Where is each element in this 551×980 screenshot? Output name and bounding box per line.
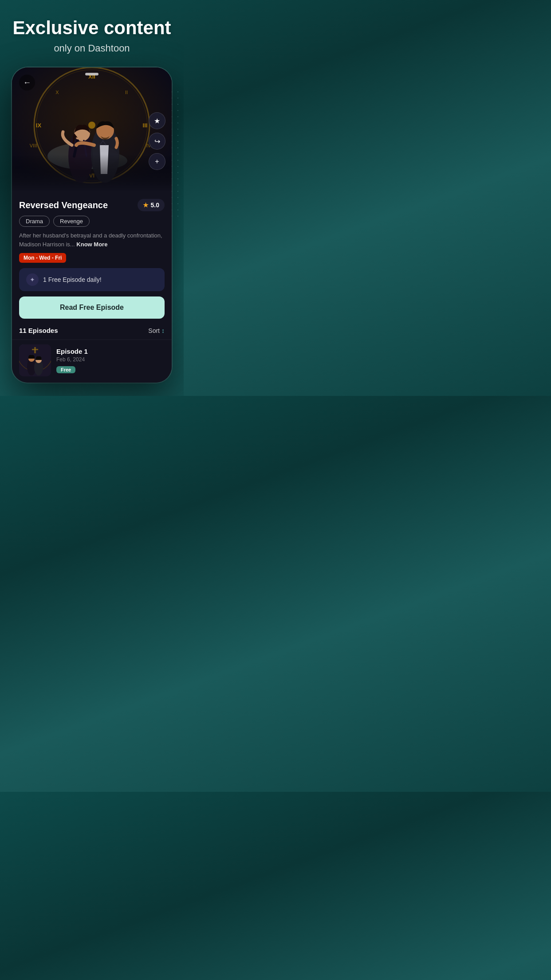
free-episode-banner: ✦ 1 Free Episode daily! (19, 268, 165, 291)
rating-value: 5.0 (151, 202, 159, 209)
episodes-count: 11 Episodes (19, 327, 58, 334)
back-icon: ← (23, 78, 31, 87)
episode-item[interactable]: Episode 1 Feb 6, 2024 Free (12, 340, 172, 383)
schedule-badge: Mon - Wed - Fri (19, 253, 66, 263)
tags-row: Drama Revenge (19, 216, 165, 227)
action-buttons-group: ★ ↪ + (149, 112, 165, 170)
free-episode-tag: Free (56, 366, 75, 373)
main-subtitle: only on Dashtoon (12, 43, 171, 54)
star-outline-icon: ✦ (30, 276, 35, 283)
sort-icon: ↕ (161, 327, 165, 334)
add-icon: + (155, 158, 159, 166)
free-banner-text: 1 Free Episode daily! (43, 276, 102, 283)
title-row: Reversed Vengeance ★ 5.0 (19, 199, 165, 211)
episode-info: Episode 1 Feb 6, 2024 Free (56, 348, 165, 373)
free-star-icon: ✦ (26, 273, 39, 286)
bookmark-button[interactable]: ★ (149, 112, 165, 129)
phone-notch (85, 73, 98, 75)
share-icon: ↪ (154, 137, 160, 146)
star-icon: ★ (143, 202, 149, 209)
rating-badge: ★ 5.0 (138, 199, 165, 211)
tag-revenge[interactable]: Revenge (53, 216, 90, 227)
content-area: Reversed Vengeance ★ 5.0 Drama Revenge A… (12, 192, 172, 340)
main-title: Exclusive content (12, 18, 171, 38)
sort-button[interactable]: Sort ↕ (148, 327, 165, 334)
back-button[interactable]: ← (19, 75, 35, 91)
hero-image: ← XII III VI IX II X VIII IV (12, 67, 172, 192)
episode-thumb-svg (19, 344, 51, 376)
episodes-header: 11 Episodes Sort ↕ (19, 325, 165, 340)
svg-rect-27 (32, 349, 38, 350)
tag-drama[interactable]: Drama (19, 216, 50, 227)
episode-date: Feb 6, 2024 (56, 356, 165, 363)
episode-thumbnail (19, 344, 51, 376)
bookmark-icon: ★ (154, 117, 160, 125)
share-button[interactable]: ↪ (149, 133, 165, 150)
comic-title: Reversed Vengeance (19, 200, 108, 210)
clock-background: XII III VI IX II X VIII IV (12, 67, 172, 192)
svg-rect-19 (12, 67, 172, 192)
read-free-episode-button[interactable]: Read Free Episode (19, 296, 165, 319)
episode-thumb-inner (19, 344, 51, 376)
header-section: Exclusive content only on Dashtoon (12, 18, 171, 54)
episode-list: Episode 1 Feb 6, 2024 Free (12, 340, 172, 383)
know-more-link[interactable]: Know More (76, 241, 107, 248)
sort-label: Sort (148, 327, 160, 334)
phone-mockup: ← XII III VI IX II X VIII IV (12, 67, 172, 383)
add-button[interactable]: + (149, 153, 165, 170)
description: After her husband's betrayal and a deadl… (19, 231, 165, 249)
episode-title: Episode 1 (56, 348, 165, 355)
